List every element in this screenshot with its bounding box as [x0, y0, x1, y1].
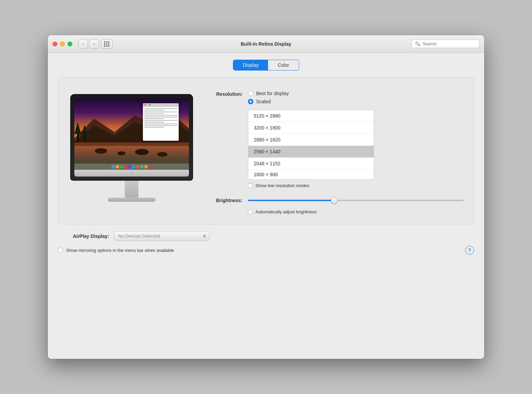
back-button[interactable]: ‹ — [78, 39, 88, 49]
content-area: Display Color — [48, 53, 484, 359]
radio-scaled[interactable]: Scaled — [248, 99, 289, 104]
brightness-thumb[interactable] — [331, 197, 338, 204]
forward-button[interactable]: › — [89, 39, 99, 49]
resolution-list: 5120 × 2880 3200 × 1800 2880 × 1620 2560… — [248, 110, 374, 180]
auto-brightness-row: Automatically adjust brightness — [248, 209, 463, 214]
svg-rect-10 — [84, 134, 85, 142]
tab-display[interactable]: Display — [233, 60, 268, 70]
imac-dock — [74, 164, 189, 170]
mini-window-content — [143, 107, 179, 130]
close-button[interactable] — [53, 42, 57, 46]
tab-segmented-control: Display Color — [233, 60, 299, 71]
svg-point-4 — [95, 148, 107, 154]
screen-wallpaper — [74, 98, 189, 170]
dock-icon-9 — [148, 165, 152, 168]
grid-button[interactable] — [101, 39, 113, 49]
auto-brightness-checkbox[interactable] — [248, 210, 253, 214]
help-button[interactable]: ? — [465, 246, 474, 255]
traffic-lights — [53, 42, 72, 46]
maximize-button[interactable] — [68, 42, 72, 46]
mini-min-dot — [147, 104, 148, 106]
search-icon: 🔍 — [415, 41, 420, 46]
mirroring-left: Show mirroring options in the menu bar w… — [58, 248, 174, 253]
bottom-section: AirPlay Display: No Devices Detected ⇅ S… — [58, 230, 474, 256]
imac-chin:  — [74, 170, 189, 177]
dock-icon-7 — [140, 165, 144, 168]
brightness-label: Brightness: — [208, 198, 242, 203]
resolution-row: Resolution: Best for display Scaled — [208, 91, 463, 104]
low-res-label: Show low resolution modes — [255, 183, 309, 188]
airplay-select[interactable]: No Devices Detected — [114, 231, 209, 241]
mirroring-label: Show mirroring options in the menu bar w… — [66, 248, 174, 253]
search-input[interactable] — [423, 41, 476, 46]
airplay-row: AirPlay Display: No Devices Detected ⇅ — [58, 231, 474, 241]
mini-window-bar — [143, 103, 179, 107]
dock-icon-finder — [112, 165, 115, 168]
controls-panel: Resolution: Best for display Scaled — [208, 87, 463, 214]
radio-best-label: Best for display — [256, 91, 289, 96]
airplay-label: AirPlay Display: — [58, 233, 109, 239]
res-item-5120[interactable]: 5120 × 2880 — [248, 110, 374, 122]
dock-icon-1 — [116, 165, 119, 168]
dock-icon-3 — [124, 165, 127, 168]
res-item-3200[interactable]: 3200 × 1800 — [248, 122, 374, 134]
titlebar: ‹ › Built-in Retina Display 🔍 — [48, 35, 484, 53]
mirroring-checkbox[interactable] — [58, 248, 63, 253]
search-bar[interactable]: 🔍 — [411, 40, 479, 48]
svg-point-6 — [135, 149, 149, 155]
res-item-2560[interactable]: 2560 × 1440 — [248, 146, 374, 158]
svg-point-7 — [157, 152, 167, 157]
imac-screen — [74, 98, 189, 170]
back-icon: ‹ — [83, 41, 84, 46]
mini-close-dot — [144, 104, 146, 106]
imac-stand-neck — [125, 181, 138, 198]
res-item-2880[interactable]: 2880 × 1620 — [248, 134, 374, 146]
brightness-slider-container[interactable] — [248, 197, 463, 204]
dock-icon-5 — [132, 165, 135, 168]
radio-scaled-circle[interactable] — [248, 99, 253, 104]
resolution-list-wrapper: 5120 × 2880 3200 × 1800 2880 × 1620 2560… — [248, 110, 463, 188]
main-window: ‹ › Built-in Retina Display 🔍 Display Co… — [48, 35, 484, 359]
tab-color[interactable]: Color — [268, 60, 298, 70]
grid-icon — [104, 41, 109, 47]
brightness-track — [248, 200, 463, 201]
airplay-select-wrapper: No Devices Detected ⇅ — [114, 231, 209, 241]
low-res-checkbox[interactable] — [248, 183, 253, 188]
radio-scaled-label: Scaled — [256, 99, 271, 104]
dock-icon-2 — [120, 165, 123, 168]
window-title: Built-in Retina Display — [241, 41, 292, 47]
res-item-1600[interactable]: 1600 × 900 — [248, 170, 374, 179]
imac-preview:  — [69, 87, 195, 202]
res-item-2048[interactable]: 2048 × 1152 — [248, 158, 374, 170]
mirroring-row: Show mirroring options in the menu bar w… — [58, 246, 474, 255]
resolution-options: Best for display Scaled — [248, 91, 289, 104]
imac-illustration:  — [70, 94, 193, 202]
mini-max-dot — [149, 104, 151, 106]
dock-icon-4 — [128, 165, 131, 168]
minimize-button[interactable] — [60, 42, 65, 46]
dock-icon-6 — [136, 165, 139, 168]
brightness-row: Brightness: — [208, 197, 463, 204]
auto-brightness-label: Automatically adjust brightness — [255, 209, 316, 214]
imac-stand-base — [108, 198, 156, 202]
forward-icon: › — [93, 41, 95, 46]
mini-document-window — [143, 103, 179, 141]
svg-point-5 — [117, 151, 125, 155]
imac-body:  — [70, 94, 193, 181]
apple-logo-icon:  — [131, 171, 132, 176]
nav-buttons: ‹ › — [78, 39, 99, 49]
low-res-row: Show low resolution modes — [248, 183, 463, 188]
dock-icon-8 — [144, 165, 148, 168]
radio-best-circle[interactable] — [248, 91, 253, 96]
radio-best-for-display[interactable]: Best for display — [248, 91, 289, 96]
display-settings-panel:  Resolution: Best for display — [58, 77, 474, 224]
resolution-label: Resolution: — [208, 91, 242, 97]
